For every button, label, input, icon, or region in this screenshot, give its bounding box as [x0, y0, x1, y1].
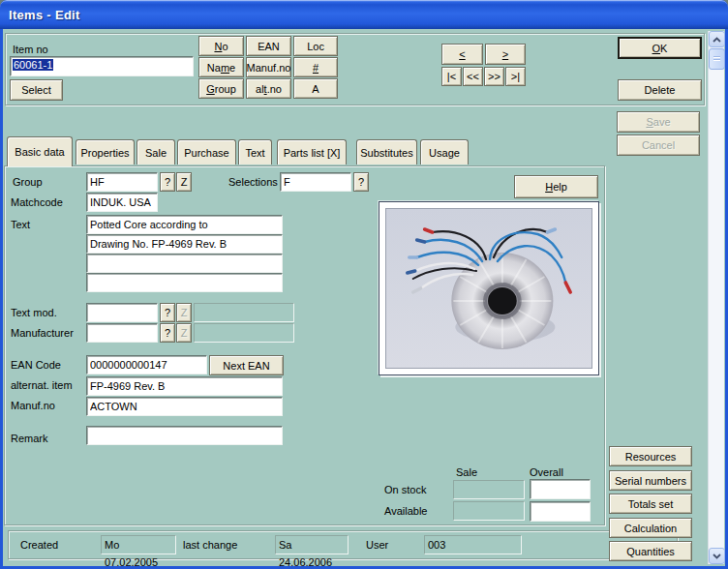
next-ean-button[interactable]: Next EAN — [209, 355, 284, 375]
totals-set-button[interactable]: Totals set — [609, 494, 692, 514]
nav-next-fast-button[interactable]: >> — [484, 67, 504, 86]
last-change-label: last change — [183, 539, 237, 552]
nav-prev-button[interactable]: < — [441, 44, 483, 65]
picture-frame — [379, 201, 599, 375]
group-lookup-button[interactable]: ? — [160, 172, 175, 192]
user-id-field: 003 — [424, 535, 522, 554]
group-z-button[interactable]: Z — [176, 172, 192, 192]
product-photo-toroidal-transformer — [385, 208, 592, 369]
text-label: Text — [11, 219, 30, 231]
search-altno-button[interactable]: alt. no — [246, 78, 291, 99]
selections-lookup-button[interactable]: ? — [353, 172, 369, 192]
scroll-down-button[interactable] — [709, 548, 725, 564]
available-label: Available — [384, 505, 427, 518]
remark-field[interactable] — [86, 426, 283, 445]
nav-next-button[interactable]: > — [485, 44, 526, 65]
basic-data-page: Group ? Z Selections ? Help Matchcode Te… — [4, 165, 605, 525]
created-label: Created — [20, 539, 58, 552]
matchcode-field[interactable] — [86, 193, 158, 212]
chevron-up-icon — [713, 37, 721, 43]
search-hash-button[interactable]: # — [293, 57, 338, 77]
chevron-down-icon — [713, 554, 721, 559]
manufno-label: Manuf.no — [11, 400, 55, 412]
last-change-date-field: Sa 24.06.2006 — [275, 535, 349, 554]
search-group-button[interactable]: Group — [198, 78, 244, 99]
user-label: User — [366, 539, 388, 552]
sale-header: Sale — [456, 466, 477, 479]
selections-field[interactable] — [280, 172, 351, 192]
scroll-thumb[interactable] — [709, 48, 725, 70]
serial-numbers-button[interactable]: Serial numbers — [609, 470, 692, 491]
title-bar: Items - Edit — [0, 0, 728, 29]
text-line-2-field[interactable] — [86, 234, 283, 254]
ok-button[interactable]: OK — [618, 37, 702, 59]
group-field[interactable] — [86, 172, 158, 192]
available-sale-field — [453, 501, 525, 521]
items-edit-window: Items - Edit Item no 60061-1 Select No E… — [0, 0, 728, 569]
tab-basic-data[interactable]: Basic data — [7, 136, 73, 166]
help-button[interactable]: Help — [514, 175, 598, 198]
cancel-button: Cancel — [617, 135, 700, 156]
matchcode-label: Matchcode — [11, 196, 63, 209]
alt-item-label: alternat. item — [11, 379, 73, 392]
alt-item-field[interactable] — [86, 376, 283, 396]
client-area: Item no 60061-1 Select No EAN Loc Name M… — [3, 29, 725, 566]
item-no-field[interactable]: 60061-1 — [10, 56, 194, 76]
manufacturer-z-button: Z — [176, 323, 192, 343]
window-title: Items - Edit — [9, 8, 80, 22]
status-bar: Created Mo 07.02.2005 last change Sa 24.… — [8, 530, 678, 559]
text-mod-lookup-button[interactable]: ? — [160, 303, 175, 322]
on-stock-sale-field — [453, 480, 525, 499]
nav-first-button[interactable]: |< — [441, 67, 462, 86]
available-overall-field[interactable] — [530, 501, 591, 522]
search-a-button[interactable]: A — [293, 78, 338, 99]
text-line-3-field[interactable] — [86, 254, 283, 273]
calculation-button[interactable]: Calculation — [609, 518, 692, 538]
tab-properties[interactable]: Properties — [76, 139, 135, 165]
tab-text[interactable]: Text — [238, 139, 272, 165]
vertical-scrollbar[interactable] — [708, 31, 724, 564]
text-line-1-field[interactable] — [86, 215, 283, 234]
scroll-up-button[interactable] — [709, 31, 725, 47]
remark-label: Remark — [11, 433, 48, 445]
search-loc-button[interactable]: Loc — [293, 36, 338, 56]
text-mod-z-button: Z — [176, 303, 192, 322]
search-no-button[interactable]: No — [198, 36, 244, 56]
search-name-button[interactable]: Name — [198, 57, 244, 77]
item-no-value: 60061-1 — [13, 59, 53, 71]
tab-sale[interactable]: Sale — [136, 139, 175, 165]
manufacturer-label: Manufacturer — [11, 327, 74, 340]
search-ean-button[interactable]: EAN — [246, 36, 291, 56]
tab-substitutes[interactable]: Substitutes — [356, 139, 417, 165]
item-no-label: Item no — [13, 44, 48, 56]
text-line-4-field[interactable] — [86, 273, 283, 292]
on-stock-overall-field[interactable] — [530, 479, 591, 499]
overall-header: Overall — [530, 466, 563, 479]
nav-last-button[interactable]: >| — [505, 67, 526, 86]
nav-prev-fast-button[interactable]: << — [463, 67, 483, 86]
selections-label: Selections — [228, 176, 278, 189]
text-mod-field[interactable] — [86, 303, 158, 322]
on-stock-label: On stock — [384, 484, 426, 496]
text-mod-display-field — [194, 303, 294, 322]
quantities-button[interactable]: Quantities — [609, 541, 692, 561]
tab-usage[interactable]: Usage — [420, 139, 469, 165]
group-label: Group — [13, 176, 43, 189]
manufno-field[interactable] — [86, 397, 283, 416]
created-date-field: Mo 07.02.2005 — [101, 535, 176, 554]
text-mod-label: Text mod. — [11, 307, 57, 319]
select-button[interactable]: Select — [10, 79, 63, 101]
tab-purchase[interactable]: Purchase — [177, 139, 236, 165]
search-manufno-button[interactable]: Manuf.no — [246, 57, 291, 77]
manufacturer-field[interactable] — [86, 323, 158, 343]
manufacturer-lookup-button[interactable]: ? — [160, 323, 175, 343]
delete-button[interactable]: Delete — [618, 79, 702, 101]
header-panel: Item no 60061-1 Select No EAN Loc Name M… — [5, 33, 705, 105]
ean-field[interactable] — [86, 355, 207, 374]
save-button: Save — [617, 111, 700, 133]
tab-parts-list[interactable]: Parts list [X] — [277, 139, 347, 165]
ean-label: EAN Code — [11, 359, 61, 372]
resources-button[interactable]: Resources — [609, 446, 692, 466]
manufacturer-display-field — [194, 323, 294, 343]
